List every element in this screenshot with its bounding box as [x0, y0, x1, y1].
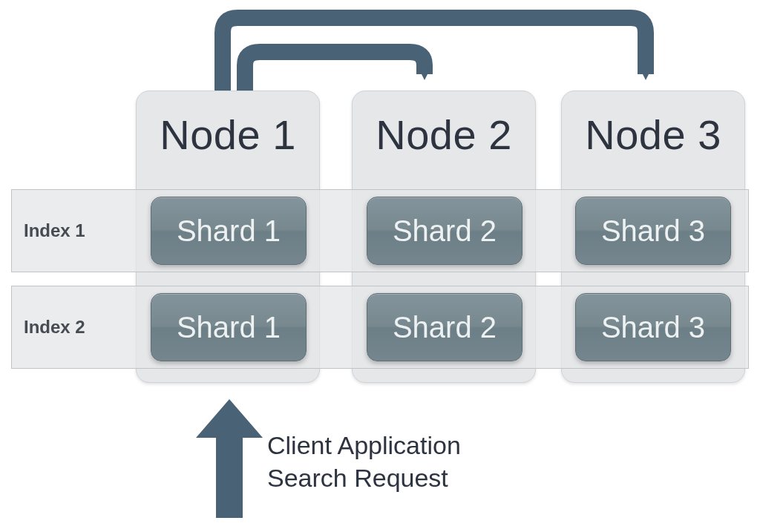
arrow-node1-to-node2 — [245, 52, 425, 91]
shard-r1-c3: Shard 3 — [575, 197, 731, 265]
index-2-label: Index 2 — [24, 317, 85, 338]
node-2-title: Node 2 — [353, 111, 535, 159]
shard-label: Shard 1 — [177, 214, 281, 248]
shard-r2-c1: Shard 1 — [151, 293, 307, 361]
node-3-title: Node 3 — [562, 111, 744, 159]
node-1-title: Node 1 — [137, 111, 319, 159]
caption-line-1: Client Application — [267, 429, 461, 462]
shard-r2-c2: Shard 2 — [367, 293, 522, 361]
client-request-arrow — [196, 399, 263, 518]
arrow-node1-to-node3 — [223, 18, 646, 91]
diagram-stage: Node 1 Node 2 Node 3 Index 1 Index 2 Sha… — [0, 0, 760, 532]
shard-label: Shard 3 — [601, 311, 705, 344]
caption-line-2: Search Request — [267, 462, 461, 494]
shard-r2-c3: Shard 3 — [575, 293, 731, 361]
index-1-label: Index 1 — [24, 220, 85, 241]
shard-label: Shard 1 — [177, 311, 281, 344]
shard-r1-c2: Shard 2 — [367, 197, 522, 265]
shard-label: Shard 3 — [601, 214, 705, 248]
client-caption: Client Application Search Request — [267, 429, 461, 494]
shard-r1-c1: Shard 1 — [151, 197, 307, 265]
shard-label: Shard 2 — [393, 214, 497, 248]
shard-label: Shard 2 — [393, 311, 497, 344]
